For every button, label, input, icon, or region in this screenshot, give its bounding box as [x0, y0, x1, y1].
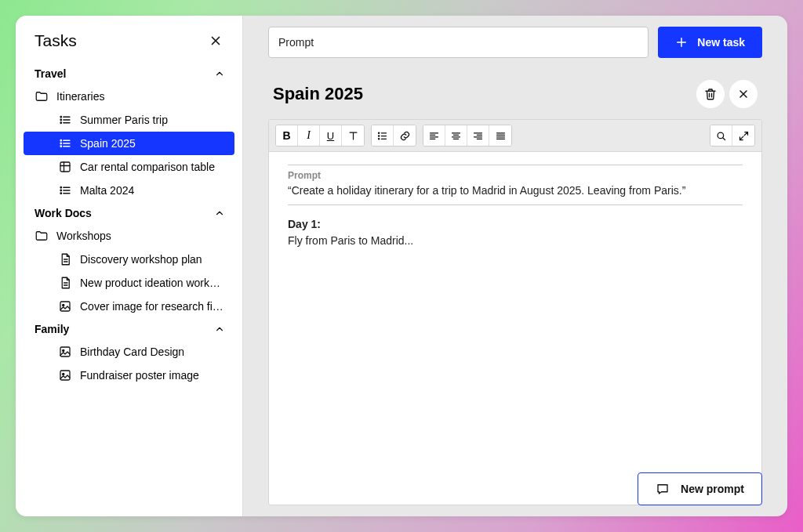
content-block: Day 1: Fly from Paris to Madrid...: [288, 216, 743, 249]
search-input[interactable]: [268, 27, 649, 58]
sidebar-item[interactable]: Discovery workshop plan: [24, 248, 234, 271]
align-left-button[interactable]: [423, 125, 445, 146]
list-button[interactable]: [372, 125, 394, 146]
sidebar-section-label: Travel: [35, 67, 66, 80]
align-center-button[interactable]: [445, 125, 467, 146]
app-window: Tasks TravelItinerariesSummer Paris trip…: [16, 16, 787, 516]
svg-point-17: [379, 135, 380, 136]
sidebar-item[interactable]: New product ideation worksh...: [24, 271, 234, 295]
plus-icon: [675, 36, 688, 49]
sidebar-section-header[interactable]: Family: [24, 318, 234, 340]
sidebar-item[interactable]: Car rental comparison table: [24, 155, 234, 179]
close-icon: [209, 34, 223, 48]
sidebar-item-label: Malta 2024: [80, 184, 134, 197]
svg-point-16: [379, 132, 380, 133]
svg-point-8: [60, 190, 62, 191]
new-prompt-button[interactable]: New prompt: [638, 472, 762, 505]
align-right-button[interactable]: [467, 125, 489, 146]
svg-point-11: [63, 304, 64, 306]
day-label: Day 1:: [288, 218, 321, 230]
bold-button[interactable]: B: [276, 125, 298, 146]
sidebar-section-label: Work Docs: [35, 207, 92, 219]
chat-icon: [656, 482, 670, 496]
expand-icon: [738, 130, 750, 142]
sidebar-item-label: Spain 2025: [80, 137, 136, 150]
new-prompt-label: New prompt: [681, 483, 744, 495]
image-icon: [58, 345, 72, 359]
sidebar-folder-label: Itineraries: [56, 90, 104, 103]
svg-point-18: [379, 138, 380, 139]
sidebar-header: Tasks: [24, 30, 234, 63]
sidebar-item[interactable]: Malta 2024: [24, 179, 234, 202]
sidebar-item-label: Car rental comparison table: [80, 161, 215, 173]
sidebar-section-header[interactable]: Work Docs: [24, 202, 234, 224]
sidebar-item[interactable]: Birthday Card Design: [24, 340, 234, 364]
document-title: Spain 2025: [273, 84, 363, 104]
sidebar-item[interactable]: Cover image for research findi...: [24, 295, 234, 318]
image-icon: [58, 368, 72, 382]
chevron-up-icon: [214, 208, 225, 219]
new-task-button[interactable]: New task: [658, 27, 762, 58]
align-justify-button[interactable]: [489, 125, 511, 146]
sidebar-item[interactable]: Spain 2025: [24, 132, 234, 155]
prompt-label: Prompt: [288, 170, 743, 181]
sidebar-section-label: Family: [35, 323, 69, 335]
editor-toolbar: B I U: [269, 120, 761, 152]
sidebar-title: Tasks: [35, 31, 77, 50]
svg-point-4: [60, 143, 62, 144]
svg-point-1: [60, 119, 62, 121]
sidebar-folder[interactable]: Workshops: [24, 224, 234, 248]
sidebar: Tasks TravelItinerariesSummer Paris trip…: [16, 16, 243, 516]
align-center-icon: [450, 130, 462, 142]
align-group: [423, 125, 512, 147]
svg-point-0: [60, 117, 62, 118]
table-icon: [58, 160, 72, 174]
main-panel: New task Spain 2025 B I U: [243, 16, 787, 516]
svg-rect-10: [60, 302, 70, 311]
sidebar-item[interactable]: Summer Paris trip: [24, 108, 234, 132]
italic-button[interactable]: I: [298, 125, 320, 146]
align-left-icon: [428, 130, 440, 142]
text-style-group: B I U: [275, 125, 365, 147]
folder-icon: [35, 229, 49, 243]
search-icon: [715, 130, 727, 142]
sidebar-item-label: Discovery workshop plan: [80, 253, 202, 266]
expand-button[interactable]: [732, 125, 754, 146]
document-body[interactable]: Prompt “Create a holiday itinerary for a…: [269, 152, 761, 505]
find-button[interactable]: [710, 125, 732, 146]
svg-rect-6: [60, 162, 70, 172]
list-icon: [376, 130, 388, 142]
svg-point-7: [60, 187, 62, 189]
document-icon: [58, 252, 72, 266]
svg-point-5: [60, 146, 62, 147]
underline-button[interactable]: U: [320, 125, 342, 146]
delete-button[interactable]: [696, 80, 725, 108]
svg-rect-14: [60, 371, 70, 380]
insert-group: [371, 125, 416, 147]
sidebar-folder-label: Workshops: [56, 230, 111, 242]
sidebar-tree: TravelItinerariesSummer Paris tripSpain …: [24, 63, 234, 387]
day-text: Fly from Paris to Madrid...: [288, 234, 413, 247]
text-icon: [347, 130, 359, 142]
text-format-button[interactable]: [342, 125, 364, 146]
topbar: New task: [268, 27, 762, 58]
svg-point-13: [63, 349, 64, 351]
close-document-button[interactable]: [729, 80, 758, 108]
sidebar-item[interactable]: Fundraiser poster image: [24, 364, 234, 387]
sidebar-close-button[interactable]: [205, 30, 227, 52]
sidebar-item-label: New product ideation worksh...: [80, 277, 225, 289]
sidebar-item-label: Fundraiser poster image: [80, 369, 199, 382]
sidebar-section-header[interactable]: Travel: [24, 63, 234, 85]
svg-point-19: [718, 132, 724, 139]
list-icon: [58, 113, 72, 127]
svg-point-9: [60, 193, 62, 194]
svg-point-3: [60, 140, 62, 142]
trash-icon: [703, 87, 718, 101]
editor: B I U: [268, 119, 762, 505]
sidebar-folder[interactable]: Itineraries: [24, 85, 234, 108]
list-icon: [58, 183, 72, 197]
prompt-block: Prompt “Create a holiday itinerary for a…: [288, 165, 743, 205]
link-button[interactable]: [394, 125, 416, 146]
sidebar-item-label: Cover image for research findi...: [80, 300, 225, 313]
align-justify-icon: [495, 130, 507, 142]
